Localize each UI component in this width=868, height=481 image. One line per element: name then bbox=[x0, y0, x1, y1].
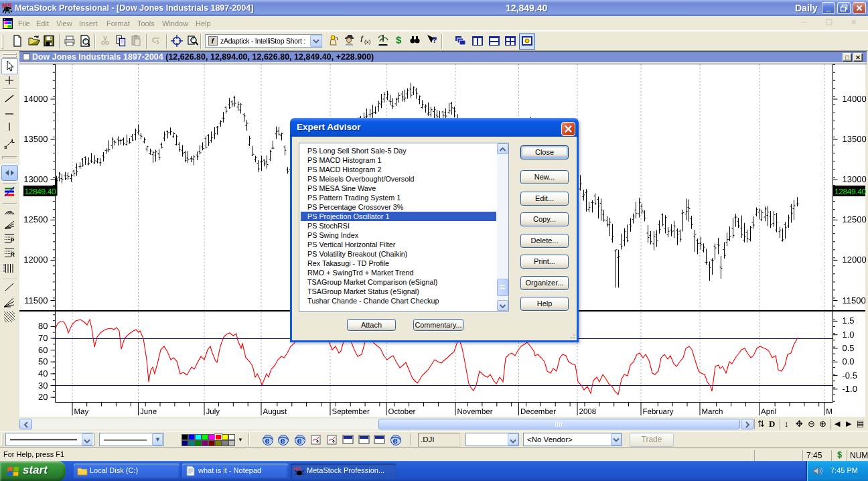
svg-text:1.5: 1.5 bbox=[843, 316, 855, 326]
svg-text:12500: 12500 bbox=[843, 214, 867, 224]
svg-text:14000: 14000 bbox=[843, 94, 867, 104]
svg-text:12000: 12000 bbox=[843, 255, 867, 265]
svg-text:December: December bbox=[520, 408, 556, 416]
svg-text:2008: 2008 bbox=[579, 408, 597, 416]
svg-text:80: 80 bbox=[38, 321, 48, 331]
svg-text:40: 40 bbox=[38, 368, 48, 379]
svg-text:12000: 12000 bbox=[23, 255, 48, 265]
svg-text:s: s bbox=[4, 144, 7, 150]
svg-text:-1.0: -1.0 bbox=[843, 384, 857, 394]
svg-text:October: October bbox=[388, 408, 416, 416]
svg-text:e: e bbox=[281, 435, 285, 445]
svg-text:13000: 13000 bbox=[23, 174, 48, 184]
svg-text:11500: 11500 bbox=[843, 295, 866, 305]
svg-text:13000: 13000 bbox=[843, 174, 867, 184]
svg-text:14000: 14000 bbox=[23, 94, 48, 104]
svg-text:April: April bbox=[761, 408, 776, 416]
svg-text:(x): (x) bbox=[364, 39, 371, 45]
svg-text:R: R bbox=[11, 251, 15, 258]
svg-text:May: May bbox=[74, 408, 89, 416]
svg-text:1.0: 1.0 bbox=[843, 330, 855, 340]
svg-text:50: 50 bbox=[38, 356, 48, 366]
svg-text:f: f bbox=[360, 34, 364, 44]
svg-text:12500: 12500 bbox=[23, 214, 48, 224]
svg-text:12849.40: 12849.40 bbox=[25, 187, 57, 196]
svg-text:e: e bbox=[265, 435, 270, 445]
svg-text:20: 20 bbox=[38, 392, 48, 402]
svg-text:June: June bbox=[140, 408, 157, 416]
svg-text:L: L bbox=[11, 138, 15, 144]
svg-text:P: P bbox=[11, 237, 15, 244]
svg-text:?: ? bbox=[432, 35, 437, 45]
svg-text:November: November bbox=[457, 408, 493, 416]
svg-text:$: $ bbox=[396, 35, 402, 46]
svg-text:13500: 13500 bbox=[23, 134, 48, 144]
svg-text:0.5: 0.5 bbox=[843, 343, 855, 353]
svg-text:-0.5: -0.5 bbox=[843, 370, 857, 381]
svg-text:e: e bbox=[393, 435, 398, 445]
svg-text:September: September bbox=[332, 408, 370, 416]
svg-text:e: e bbox=[297, 435, 302, 445]
svg-text:11500: 11500 bbox=[24, 295, 48, 305]
svg-text:July: July bbox=[206, 408, 220, 416]
svg-text:60: 60 bbox=[38, 345, 48, 355]
svg-text:70: 70 bbox=[38, 333, 48, 343]
svg-text:March: March bbox=[702, 408, 723, 416]
svg-text:M: M bbox=[826, 408, 833, 416]
svg-text:12849.40: 12849.40 bbox=[835, 187, 867, 196]
svg-text:February: February bbox=[643, 408, 674, 416]
svg-text:0.0: 0.0 bbox=[843, 356, 855, 366]
svg-text:August: August bbox=[263, 408, 288, 416]
svg-text:13500: 13500 bbox=[843, 134, 867, 144]
svg-text:30: 30 bbox=[38, 381, 48, 391]
